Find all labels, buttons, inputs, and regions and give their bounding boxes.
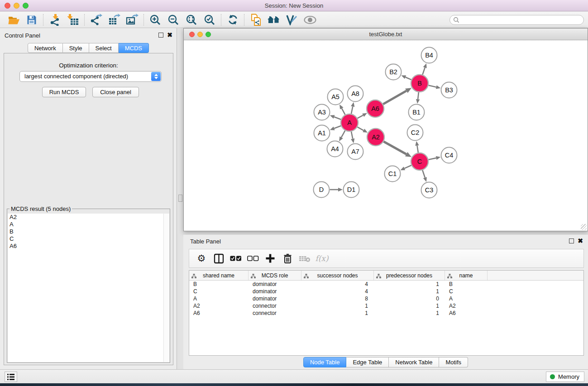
graph-edge-C-C2[interactable] [417,146,418,153]
search-input[interactable] [459,17,583,23]
table-row[interactable]: Bdominator41B [189,281,583,288]
function-builder-button[interactable]: f(x) [316,252,328,265]
graph-edge-A-A4[interactable] [341,131,345,138]
graph-node-D1[interactable]: D1 [344,182,359,198]
vizmapper-button[interactable] [283,13,301,27]
import-network-button[interactable] [46,13,64,27]
graph-edge-B-B2[interactable] [406,77,411,80]
export-image-button[interactable] [123,13,141,27]
graph-node-B4[interactable]: B4 [421,48,437,63]
graph-node-A[interactable]: A [341,114,358,131]
graph-node-B3[interactable]: B3 [441,82,457,98]
home-button[interactable] [265,13,283,27]
graph-edge-C-C1[interactable] [404,165,411,168]
mcds-result-item[interactable]: A [8,221,169,228]
column-header-name[interactable]: name [445,271,488,280]
graph-node-B1[interactable]: B1 [409,105,425,120]
graph-edge-C-C3[interactable] [422,170,425,178]
graph-node-A4[interactable]: A4 [327,141,343,157]
zoom-out-button[interactable] [164,13,182,27]
graph-node-A6[interactable]: A6 [367,100,384,117]
mcds-result-item[interactable]: C [8,235,169,243]
graph-edge-A2-C[interactable] [383,142,406,154]
graph-node-A1[interactable]: A1 [314,125,330,141]
graph-edge-A-A2[interactable] [358,127,364,131]
refresh-button[interactable] [224,13,242,27]
import-table-button[interactable] [64,13,82,27]
panel-divider-grip[interactable] [178,195,182,202]
mcds-result-item[interactable]: A6 [8,243,169,250]
delete-column-button[interactable] [282,252,293,265]
clone-network-button[interactable] [247,13,265,27]
table-row[interactable]: Adominator80A [189,295,583,302]
close-panel-icon[interactable]: ✖ [167,32,172,38]
table-row[interactable]: A6connector11A6 [189,310,583,317]
zoom-fit-button[interactable] [182,13,201,27]
graph-edge-A-A3[interactable] [334,117,341,119]
graph-node-C2[interactable]: C2 [407,125,423,141]
mcds-result-item[interactable]: A2 [8,214,169,221]
task-history-button[interactable] [5,372,17,382]
tab-mcds[interactable]: MCDS [119,43,149,53]
tab-style[interactable]: Style [63,43,89,53]
window-resize-grip[interactable] [581,224,587,230]
deselect-all-button[interactable] [247,252,259,265]
graph-edge-A-A5[interactable] [342,108,345,114]
table-row[interactable]: A2connector11A2 [189,302,583,310]
table-close-panel-icon[interactable]: ✖ [578,238,583,244]
tab-network-table[interactable]: Network Table [389,357,439,367]
network-canvas[interactable]: B4B2BB3A5A8A6A3B1AA1C2A2A4A7C4CC1C3DD1 [184,41,588,231]
tab-node-table[interactable]: Node Table [303,357,347,367]
export-network-button[interactable] [87,13,105,27]
column-header-mcds-role[interactable]: MCDS role [249,271,301,280]
tab-motifs[interactable]: Motifs [439,357,468,367]
float-panel-icon[interactable] [158,33,163,38]
tab-network[interactable]: Network [28,43,63,53]
tab-select[interactable]: Select [89,43,119,53]
delete-table-button[interactable] [299,252,311,265]
table-float-panel-icon[interactable] [569,238,574,243]
close-panel-button[interactable]: Close panel [92,87,139,97]
column-header-shared-name[interactable]: shared name [189,271,249,280]
graph-edge-C-C4[interactable] [429,158,436,160]
zoom-selected-button[interactable] [201,13,219,27]
table-row[interactable]: Cdominator41C [189,288,583,295]
export-table-button[interactable] [105,13,123,27]
graph-node-C[interactable]: C [411,153,428,170]
graph-node-B[interactable]: B [411,75,428,92]
graph-node-D[interactable]: D [314,182,330,198]
graph-edge-A6-B[interactable] [383,91,406,104]
show-hide-button[interactable] [301,13,319,27]
graph-node-C1[interactable]: C1 [385,166,401,182]
graph-node-B2[interactable]: B2 [386,64,402,80]
open-file-button[interactable] [5,13,23,27]
graph-node-A3[interactable]: A3 [314,105,330,120]
graph-edge-B-B3[interactable] [428,85,436,87]
graph-edge-A-A1[interactable] [334,126,341,129]
table-settings-button[interactable]: ⚙ [196,252,207,265]
graph-edge-B-B4[interactable] [422,67,425,75]
select-all-button[interactable] [230,252,242,265]
add-column-button[interactable] [264,252,276,265]
graph-node-A5[interactable]: A5 [328,89,344,105]
show-columns-button[interactable] [213,252,225,265]
graph-edge-A-A7[interactable] [351,132,353,139]
graph-edge-A-A6[interactable] [358,115,363,119]
run-mcds-button[interactable]: Run MCDS [42,87,86,97]
graph-edge-B-B1[interactable] [418,92,419,99]
graph-edge-A-A8[interactable] [351,106,353,114]
graph-node-A7[interactable]: A7 [348,144,363,160]
graph-node-A8[interactable]: A8 [348,86,363,102]
graph-node-A2[interactable]: A2 [367,129,384,146]
criterion-dropdown[interactable]: largest connected component (directed) [19,71,162,82]
graph-node-C4[interactable]: C4 [441,148,457,163]
column-header-successor-nodes[interactable]: successor nodes [301,271,374,280]
memory-button[interactable]: Memory [546,372,584,382]
zoom-in-button[interactable] [146,13,164,27]
mcds-list-scrollbar[interactable] [163,214,169,362]
tab-edge-table[interactable]: Edge Table [346,357,389,367]
column-header-predecessor-nodes[interactable]: predecessor nodes [374,271,445,280]
graph-node-C3[interactable]: C3 [421,182,437,198]
mcds-result-item[interactable]: B [8,228,169,235]
save-session-button[interactable] [23,13,41,27]
